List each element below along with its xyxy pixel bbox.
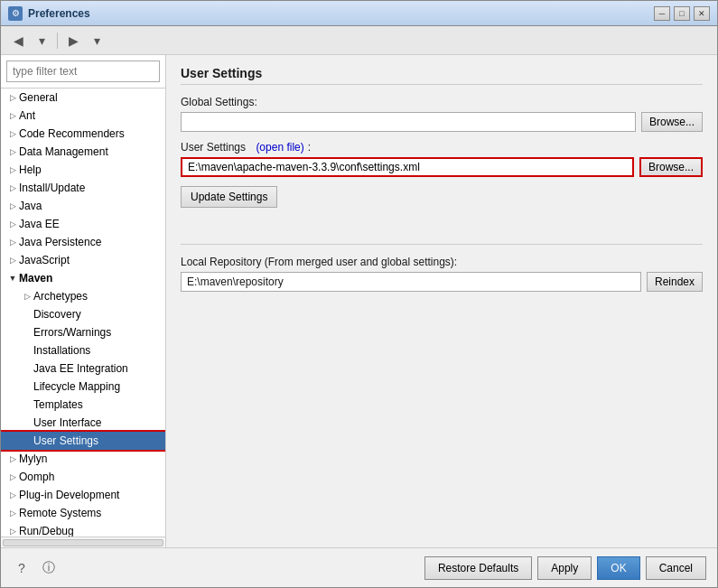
tree-item-user-interface[interactable]: ▷ User Interface [1, 414, 165, 432]
global-browse-button[interactable]: Browse... [641, 112, 703, 132]
tree-item-javascript[interactable]: ▷ JavaScript [1, 251, 165, 269]
tree-item-remote-systems[interactable]: ▷ Remote Systems [1, 504, 165, 522]
tree-label-archetypes: Archetypes [33, 290, 88, 303]
tree-label-java-ee: Java EE [19, 218, 60, 230]
tree-label-mylyn: Mylyn [19, 453, 47, 465]
tree-item-run-debug[interactable]: ▷ Run/Debug [1, 522, 165, 537]
help-icon: ? [18, 561, 25, 575]
info-icon-button[interactable]: ⓘ [39, 558, 59, 578]
tree-item-data-management[interactable]: ▷ Data Management [1, 143, 165, 161]
back-dropdown-button[interactable]: ▾ [32, 31, 51, 51]
titlebar-buttons: ─ □ ✕ [654, 6, 710, 21]
expander-java-persistence: ▷ [6, 236, 19, 248]
scrollbar-track[interactable] [3, 539, 163, 546]
user-settings-colon: : [308, 141, 311, 154]
forward-dropdown-icon: ▾ [94, 33, 100, 48]
tree-label-install-update: Install/Update [19, 182, 85, 194]
tree-item-plugin-development[interactable]: ▷ Plug-in Development [1, 486, 165, 504]
bottom-left-icons: ? ⓘ [12, 558, 59, 578]
reindex-button[interactable]: Reindex [647, 272, 703, 292]
close-button[interactable]: ✕ [694, 6, 710, 21]
tree-item-archetypes[interactable]: ▷ Archetypes [1, 287, 165, 305]
tree-label-ant: Ant [19, 109, 35, 122]
tree-item-ant[interactable]: ▷ Ant [1, 107, 165, 125]
expander-data-management: ▷ [6, 145, 19, 158]
tree-item-java-ee[interactable]: ▷ Java EE [1, 215, 165, 233]
tree-label-javascript: JavaScript [19, 254, 70, 266]
tree-item-java-persistence[interactable]: ▷ Java Persistence [1, 233, 165, 251]
tree-label-maven: Maven [19, 272, 52, 285]
bottom-bar: ? ⓘ Restore Defaults Apply OK Cancel [1, 547, 717, 587]
tree-item-user-settings[interactable]: ▷ User Settings [1, 432, 165, 450]
user-browse-button[interactable]: Browse... [639, 157, 703, 177]
local-repo-input[interactable] [181, 272, 641, 292]
tree-item-installations[interactable]: ▷ Installations [1, 341, 165, 359]
tree-item-code-recommenders[interactable]: ▷ Code Recommenders [1, 125, 165, 143]
expander-code-recommenders: ▷ [6, 127, 19, 140]
toolbar: ◀ ▾ ▶ ▾ [1, 26, 717, 55]
tree-item-mylyn[interactable]: ▷ Mylyn [1, 450, 165, 468]
tree-item-oomph[interactable]: ▷ Oomph [1, 468, 165, 486]
tree-label-remote-systems: Remote Systems [19, 507, 101, 519]
expander-remote-systems: ▷ [6, 507, 19, 519]
tree-item-errors-warnings[interactable]: ▷ Errors/Warnings [1, 323, 165, 341]
tree-label-discovery: Discovery [33, 308, 81, 321]
tree-item-lifecycle-mapping[interactable]: ▷ Lifecycle Mapping [1, 378, 165, 396]
tree-item-maven[interactable]: ▼ Maven [1, 269, 165, 287]
window-icon: ⚙ [8, 6, 23, 21]
tree-item-install-update[interactable]: ▷ Install/Update [1, 179, 165, 197]
tree-area: ▷ General ▷ Ant ▷ Code Recommenders ▷ Da… [1, 89, 165, 537]
update-settings-button[interactable]: Update Settings [181, 186, 277, 208]
info-icon: ⓘ [42, 560, 55, 576]
back-icon: ◀ [14, 33, 23, 48]
local-repo-section: Local Repository (From merged user and g… [181, 256, 703, 292]
expander-archetypes: ▷ [21, 290, 33, 303]
back-dropdown-icon: ▾ [39, 33, 45, 48]
back-button[interactable]: ◀ [8, 31, 28, 51]
window-title: Preferences [28, 7, 654, 20]
user-settings-input[interactable] [181, 157, 634, 177]
horizontal-scrollbar [1, 537, 165, 547]
preferences-window: ⚙ Preferences ─ □ ✕ ◀ ▾ ▶ ▾ [0, 0, 718, 588]
global-settings-input[interactable] [181, 112, 636, 132]
user-settings-space [249, 141, 252, 154]
tree-label-run-debug: Run/Debug [19, 525, 74, 537]
global-settings-label: Global Settings: [181, 96, 703, 108]
tree-label-user-settings: User Settings [33, 434, 98, 447]
titlebar: ⚙ Preferences ─ □ ✕ [1, 1, 717, 26]
cancel-button[interactable]: Cancel [646, 556, 706, 580]
open-file-link[interactable]: (open file) [256, 141, 303, 154]
apply-button[interactable]: Apply [537, 556, 592, 580]
expander-mylyn: ▷ [6, 453, 19, 465]
tree-label-help: Help [19, 163, 42, 176]
filter-input[interactable] [6, 61, 160, 82]
forward-icon: ▶ [69, 33, 79, 48]
tree-label-templates: Templates [33, 398, 83, 411]
tree-item-templates[interactable]: ▷ Templates [1, 396, 165, 414]
maximize-button[interactable]: □ [674, 6, 690, 21]
right-panel: User Settings Global Settings: Browse...… [166, 55, 717, 547]
minimize-button[interactable]: ─ [654, 6, 670, 21]
forward-dropdown-button[interactable]: ▾ [87, 31, 107, 51]
tree-item-java[interactable]: ▷ Java [1, 197, 165, 215]
expander-install-update: ▷ [6, 182, 19, 194]
expander-run-debug: ▷ [6, 525, 19, 537]
tree-item-discovery[interactable]: ▷ Discovery [1, 305, 165, 323]
expander-maven: ▼ [6, 272, 19, 285]
expander-oomph: ▷ [6, 471, 19, 483]
tree-label-java-persistence: Java Persistence [19, 236, 101, 248]
expander-java: ▷ [6, 200, 19, 212]
tree-item-java-ee-integration[interactable]: ▷ Java EE Integration [1, 359, 165, 378]
tree-label-errors-warnings: Errors/Warnings [33, 326, 111, 339]
section-divider [181, 244, 703, 245]
ok-button[interactable]: OK [597, 556, 639, 580]
tree-item-general[interactable]: ▷ General [1, 89, 165, 107]
local-repo-row: Reindex [181, 272, 703, 292]
expander-java-ee: ▷ [6, 218, 19, 230]
help-icon-button[interactable]: ? [12, 558, 32, 578]
expander-ant: ▷ [6, 109, 19, 122]
restore-defaults-button[interactable]: Restore Defaults [424, 556, 532, 580]
forward-button[interactable]: ▶ [63, 31, 83, 51]
tree-label-general: General [19, 91, 58, 104]
tree-item-help[interactable]: ▷ Help [1, 161, 165, 179]
